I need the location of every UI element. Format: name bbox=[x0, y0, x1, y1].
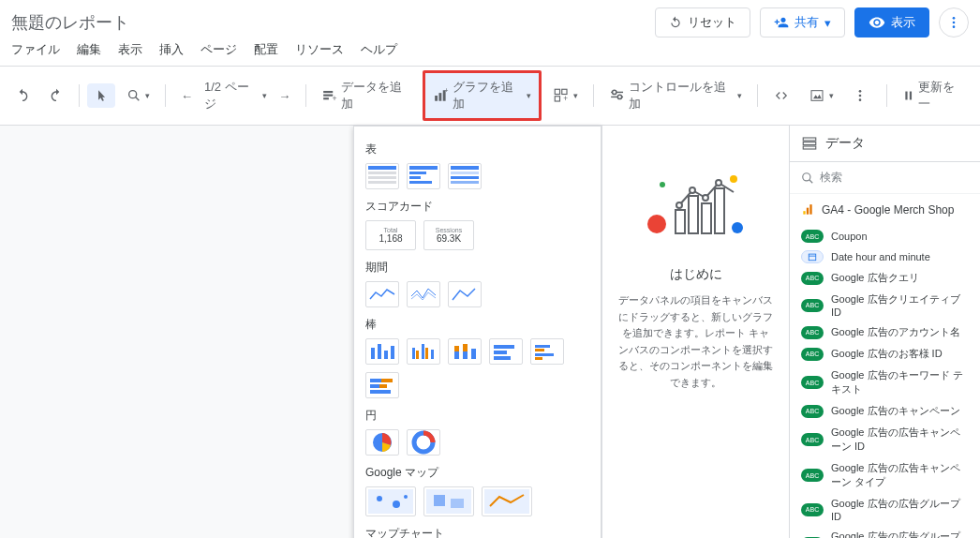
bar-thumb-6[interactable] bbox=[365, 372, 399, 398]
svg-rect-74 bbox=[451, 499, 464, 508]
data-search[interactable]: 検索 bbox=[790, 162, 980, 194]
svg-rect-26 bbox=[905, 92, 907, 100]
chevron-down-icon[interactable]: ▾ bbox=[262, 91, 267, 100]
svg-rect-64 bbox=[379, 384, 387, 388]
menu-page[interactable]: ページ bbox=[200, 41, 237, 58]
data-panel: データ 検索 GA4 - Google Merch Shop ABCCoupon… bbox=[789, 126, 980, 538]
svg-rect-29 bbox=[368, 172, 396, 174]
period-thumb-1[interactable] bbox=[365, 281, 399, 307]
field-item[interactable]: ABCGoogle 広告の広告キャンペーン ID bbox=[790, 422, 980, 457]
field-item[interactable]: ABCGoogle 広告の広告グループ名 bbox=[790, 526, 980, 538]
document-title[interactable]: 無題のレポート bbox=[11, 11, 129, 34]
svg-rect-104 bbox=[803, 142, 816, 145]
period-thumb-2[interactable] bbox=[407, 281, 440, 307]
field-item[interactable]: ABCGoogle 広告のアカウント名 bbox=[790, 321, 980, 343]
field-item[interactable]: ABCGoogle 広告クリエイティブ ID bbox=[790, 289, 980, 321]
field-item[interactable]: ABCGoogle 広告クエリ bbox=[790, 267, 980, 289]
pointer-tool[interactable] bbox=[87, 83, 115, 108]
svg-point-98 bbox=[703, 195, 708, 201]
community-viz-button[interactable]: +▾ bbox=[545, 82, 586, 110]
bar-thumb-3[interactable] bbox=[448, 338, 482, 365]
field-item[interactable]: ABCGoogle 広告のキーワード テキスト bbox=[790, 365, 980, 400]
scorecard-thumb-1[interactable]: Total1,168 bbox=[365, 220, 416, 250]
reset-button[interactable]: リセット bbox=[655, 7, 750, 37]
field-item[interactable]: ABCGoogle 広告の広告グループ ID bbox=[790, 493, 980, 526]
map-thumb-3[interactable] bbox=[482, 486, 532, 516]
svg-point-25 bbox=[858, 98, 861, 101]
intro-illustration bbox=[617, 163, 774, 247]
intro-title: はじめに bbox=[617, 266, 774, 283]
field-item[interactable]: ABCGoogle 広告のお客様 ID bbox=[790, 343, 980, 365]
menu-insert[interactable]: 挿入 bbox=[159, 41, 184, 58]
bar-thumb-4[interactable] bbox=[489, 338, 523, 365]
field-label: Google 広告クエリ bbox=[831, 271, 919, 285]
menu-help[interactable]: ヘルプ bbox=[361, 41, 397, 58]
field-item[interactable]: Date hour and minute bbox=[790, 247, 980, 267]
svg-point-106 bbox=[803, 172, 810, 180]
calendar-icon bbox=[801, 250, 824, 263]
data-source[interactable]: GA4 - Google Merch Shop bbox=[790, 194, 980, 226]
grid-icon: + bbox=[553, 87, 570, 104]
next-page-button[interactable]: → bbox=[271, 83, 298, 109]
svg-rect-60 bbox=[535, 357, 542, 360]
more-options-button[interactable] bbox=[939, 7, 969, 37]
svg-rect-10 bbox=[439, 93, 442, 101]
view-button[interactable]: 表示 bbox=[854, 7, 929, 37]
bar-thumb-1[interactable] bbox=[365, 338, 399, 365]
svg-rect-9 bbox=[435, 96, 438, 101]
svg-rect-54 bbox=[494, 345, 514, 349]
section-bar: 棒 bbox=[365, 317, 589, 333]
map-thumb-1[interactable] bbox=[365, 486, 416, 516]
bar-thumb-5[interactable] bbox=[530, 338, 564, 365]
menu-edit[interactable]: 編集 bbox=[77, 41, 101, 58]
table-thumb-2[interactable] bbox=[407, 163, 440, 189]
svg-rect-32 bbox=[409, 166, 438, 170]
table-thumb-1[interactable] bbox=[365, 163, 399, 189]
canvas[interactable]: 表 スコアカード Total1,168 Sessions69.3K 期間 棒 bbox=[0, 126, 789, 538]
eye-icon bbox=[869, 14, 885, 31]
chart-icon: + bbox=[433, 87, 449, 104]
undo-icon bbox=[15, 88, 30, 103]
menu-resource[interactable]: リソース bbox=[295, 41, 344, 58]
map-thumb-2[interactable] bbox=[423, 486, 474, 516]
undo-button[interactable] bbox=[7, 82, 37, 109]
svg-rect-15 bbox=[555, 97, 559, 101]
toolbar: ▾ ← 1/2 ページ ▾ → + データを追加 + グラフを追加 ▾ +▾ コ… bbox=[0, 66, 980, 126]
scorecard-thumb-2[interactable]: Sessions69.3K bbox=[423, 220, 474, 250]
svg-rect-57 bbox=[535, 345, 550, 348]
svg-point-2 bbox=[953, 25, 956, 28]
table-thumb-3[interactable] bbox=[448, 163, 482, 189]
menu-arrange[interactable]: 配置 bbox=[254, 41, 278, 58]
section-mapchart: マップチャート bbox=[365, 526, 589, 538]
embed-button[interactable] bbox=[765, 83, 797, 108]
svg-point-96 bbox=[676, 202, 682, 208]
more-toolbar-button[interactable] bbox=[845, 82, 875, 109]
svg-point-99 bbox=[716, 180, 721, 186]
pie-thumb-1[interactable] bbox=[365, 429, 399, 456]
prev-page-button[interactable]: ← bbox=[173, 83, 200, 109]
svg-rect-33 bbox=[409, 172, 426, 174]
menu-file[interactable]: ファイル bbox=[11, 41, 60, 58]
pause-updates-button[interactable]: 更新を一 bbox=[895, 73, 973, 118]
svg-rect-44 bbox=[412, 348, 415, 359]
image-button[interactable]: ▾ bbox=[801, 82, 841, 109]
bar-thumb-2[interactable] bbox=[407, 338, 440, 365]
add-data-button[interactable]: + データを追加 bbox=[314, 73, 419, 118]
share-button[interactable]: 共有 ▾ bbox=[760, 7, 845, 37]
redo-button[interactable] bbox=[41, 82, 71, 109]
add-control-button[interactable]: コントロールを追加 ▾ bbox=[601, 73, 750, 118]
menu-view[interactable]: 表示 bbox=[118, 41, 142, 58]
svg-rect-37 bbox=[451, 172, 479, 174]
zoom-tool[interactable]: ▾ bbox=[119, 82, 157, 109]
svg-rect-13 bbox=[555, 89, 559, 94]
section-pie: 円 bbox=[365, 408, 589, 424]
field-item[interactable]: ABCCoupon bbox=[790, 226, 980, 247]
donut-thumb-1[interactable] bbox=[407, 429, 440, 456]
period-thumb-3[interactable] bbox=[448, 281, 482, 307]
section-googlemap: Google マップ bbox=[365, 465, 589, 481]
field-item[interactable]: ABCGoogle 広告のキャンペーン bbox=[790, 400, 980, 422]
text-field-badge: ABC bbox=[801, 405, 824, 418]
field-label: Google 広告のキャンペーン bbox=[831, 404, 960, 418]
field-item[interactable]: ABCGoogle 広告の広告キャンペーン タイプ bbox=[790, 457, 980, 493]
add-chart-button[interactable]: + グラフを追加 ▾ bbox=[423, 70, 542, 121]
